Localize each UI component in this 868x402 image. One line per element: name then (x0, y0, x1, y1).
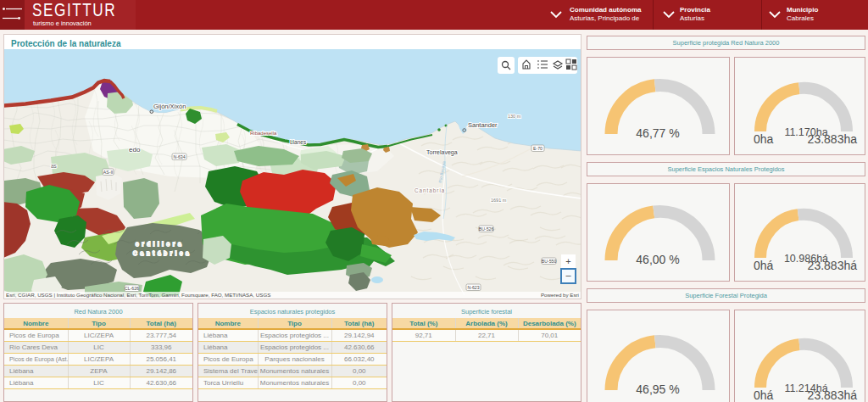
svg-text:Cantabria: Cantabria (415, 187, 445, 193)
svg-text:1691 m: 1691 m (491, 198, 507, 203)
svg-text:Santander: Santander (468, 121, 498, 129)
svg-text:130 m: 130 m (508, 114, 521, 119)
svg-text:o r d i l l e r a: o r d i l l e r a (136, 241, 182, 247)
svg-text:N-634: N-634 (173, 154, 185, 159)
svg-text:0ha: 0ha (754, 132, 774, 146)
svg-text:C a n t á b r i c a: C a n t á b r i c a (133, 250, 190, 256)
svg-text:N-623: N-623 (467, 285, 479, 290)
svg-text:AS-II: AS-II (103, 170, 114, 175)
svg-text:BU-526: BU-526 (479, 226, 494, 232)
svg-text:+: + (565, 256, 570, 266)
svg-text:BU-550: BU-550 (542, 259, 557, 264)
svg-text:Ribadesella: Ribadesella (250, 131, 277, 136)
svg-text:CL-626: CL-626 (125, 286, 139, 291)
svg-text:–: – (565, 270, 571, 280)
svg-text:edo: edo (129, 146, 141, 154)
svg-text:0há: 0há (754, 259, 774, 272)
svg-text:0há: 0há (754, 388, 774, 402)
svg-text:Gijón/Xixón: Gijón/Xixón (153, 103, 186, 110)
svg-text:Esri, CGIAR, USGS | Instituto: Esri, CGIAR, USGS | Instituto Geográfico… (6, 292, 270, 298)
svg-text:Powered by Esri: Powered by Esri (541, 292, 579, 298)
svg-text:46,77 %: 46,77 % (636, 126, 679, 140)
svg-text:23.883há: 23.883há (808, 388, 858, 402)
svg-text:46,00 %: 46,00 % (636, 253, 679, 266)
svg-text:Llanes: Llanes (290, 139, 307, 145)
svg-text:23.883ha: 23.883ha (808, 132, 858, 146)
svg-text:E-70: E-70 (533, 146, 542, 151)
svg-text:46,95 %: 46,95 % (636, 382, 679, 396)
svg-text:23.883há: 23.883há (808, 259, 858, 272)
svg-text:as: as (51, 163, 58, 169)
svg-text:Torrelavega: Torrelavega (426, 149, 458, 156)
